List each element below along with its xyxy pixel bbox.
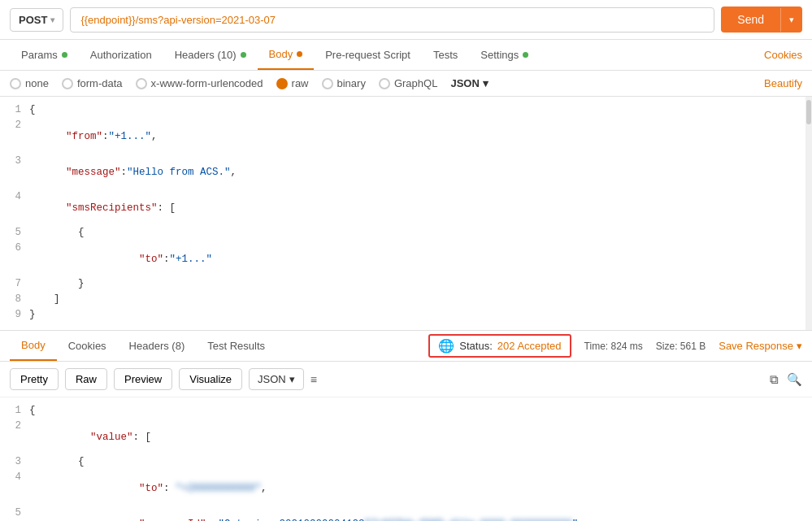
resp-line-1: 1 { [0,404,812,419]
fmt-visualize-button[interactable]: Visualize [179,368,242,390]
tab-pre-request[interactable]: Pre-request Script [314,41,422,69]
resp-line-4: 4 "to": "+2XXXXXXXXXX", [0,471,812,506]
status-label: Status: [459,340,492,352]
fmt-raw-button[interactable]: Raw [65,368,107,390]
send-button[interactable]: Send ▾ [721,7,802,33]
body-type-binary[interactable]: binary [322,77,366,89]
send-label: Send [721,7,780,33]
req-scrollbar-thumb [806,100,811,124]
radio-binary-label: binary [337,77,366,89]
resp-line-2: 2 "value": [ [0,419,812,455]
save-response-chevron: ▾ [797,340,802,352]
tab-params[interactable]: Params [10,41,79,69]
body-dot [297,51,302,57]
json-format-select[interactable]: JSON ▾ [450,77,488,89]
status-badge: 🌐 Status: 202 Accepted [428,334,571,358]
req-line-4: 4 "smsRecipients": [ [0,190,812,226]
tab-authorization-label: Authorization [90,49,152,61]
body-type-none[interactable]: none [10,77,49,89]
method-chevron: ▾ [50,15,54,24]
params-dot [62,52,67,58]
body-type-urlencoded[interactable]: x-www-form-urlencoded [136,77,263,89]
search-icon[interactable]: 🔍 [787,372,802,387]
radio-form-data [62,78,73,89]
json-format-label: JSON [450,77,479,89]
radio-graphql-label: GraphQL [394,77,437,89]
resp-tab-body[interactable]: Body [10,331,57,361]
resp-tab-test-results[interactable]: Test Results [196,332,276,360]
response-json-chevron: ▾ [289,373,295,385]
radio-none [10,78,21,89]
req-line-1: 1 { [0,103,812,119]
body-type-row: none form-data x-www-form-urlencoded raw… [0,71,812,97]
headers-dot [241,52,246,58]
fmt-pretty-button[interactable]: Pretty [10,368,59,390]
resp-line-5: 5 "messageId": "Outgoing_202103090041285… [0,506,812,521]
response-code-area: 1 { 2 "value": [ 3 { 4 "to": "+2XXXXXXXX… [0,397,812,521]
req-line-5: 5 { [0,226,812,241]
size-label: Size: 561 B [656,341,706,352]
tab-body-label: Body [269,48,293,60]
save-response-label: Save Response [719,340,793,352]
tab-params-label: Params [21,49,58,61]
globe-icon: 🌐 [438,338,454,354]
radio-binary [322,78,333,89]
body-type-form-data[interactable]: form-data [62,77,123,89]
tab-settings[interactable]: Settings [469,41,540,69]
body-type-graphql[interactable]: GraphQL [379,77,437,89]
radio-raw [276,78,288,89]
response-section-header: Body Cookies Headers (8) Test Results 🌐 … [0,331,812,362]
beautify-link[interactable]: Beautify [764,77,802,89]
filter-icon[interactable]: ≡ [310,373,317,386]
tab-authorization[interactable]: Authorization [79,41,163,69]
url-bar: POST ▾ Send ▾ [0,0,812,40]
body-type-raw[interactable]: raw [276,77,309,89]
req-scrollbar[interactable] [805,97,812,330]
req-line-3: 3 "message":"Hello from ACS.", [0,154,812,190]
radio-urlencoded [136,78,147,89]
json-format-chevron: ▾ [483,77,489,89]
request-code-area: 1 { 2 "from":"+1...", 3 "message":"Hello… [0,97,812,331]
response-json-select[interactable]: JSON ▾ [249,368,304,390]
method-select[interactable]: POST ▾ [10,8,63,32]
request-tabs-row: Params Authorization Headers (10) Body P… [0,40,812,71]
radio-form-data-label: form-data [77,77,123,89]
tab-headers[interactable]: Headers (10) [163,41,258,69]
radio-urlencoded-label: x-www-form-urlencoded [151,77,263,89]
req-line-2: 2 "from":"+1...", [0,119,812,154]
time-label: Time: 824 ms [584,341,643,352]
radio-graphql [379,78,390,89]
resp-tab-headers[interactable]: Headers (8) [118,332,197,360]
send-arrow: ▾ [780,8,802,32]
resp-tab-headers-label: Headers (8) [129,340,185,352]
resp-tab-test-results-label: Test Results [207,340,265,352]
copy-icon[interactable]: ⧉ [770,372,779,387]
response-format-row: Pretty Raw Preview Visualize JSON ▾ ≡ ⧉ … [0,362,812,397]
tab-pre-request-label: Pre-request Script [325,49,410,61]
req-line-6: 6 "to":"+1..." [0,241,812,277]
tab-tests[interactable]: Tests [422,41,469,69]
resp-line-3: 3 { [0,455,812,471]
save-response-button[interactable]: Save Response ▾ [719,340,802,352]
method-label: POST [19,14,47,26]
resp-tab-cookies[interactable]: Cookies [57,332,118,360]
radio-none-label: none [25,77,49,89]
tab-settings-label: Settings [480,49,519,61]
url-input[interactable] [70,7,714,33]
fmt-preview-button[interactable]: Preview [114,368,172,390]
tab-headers-label: Headers (10) [175,49,237,61]
resp-tab-cookies-label: Cookies [68,340,106,352]
radio-raw-label: raw [292,77,309,89]
status-value: 202 Accepted [497,340,562,352]
resp-tab-body-label: Body [21,339,46,351]
tab-tests-label: Tests [433,49,458,61]
req-line-7: 7 } [0,277,812,293]
tab-body[interactable]: Body [258,40,315,70]
response-icons: ⧉ 🔍 [770,372,802,387]
settings-dot [523,52,528,58]
response-json-label: JSON [258,373,286,385]
req-line-8: 8 ] [0,293,812,308]
cookies-link[interactable]: Cookies [764,49,802,61]
req-line-9: 9 } [0,308,812,323]
